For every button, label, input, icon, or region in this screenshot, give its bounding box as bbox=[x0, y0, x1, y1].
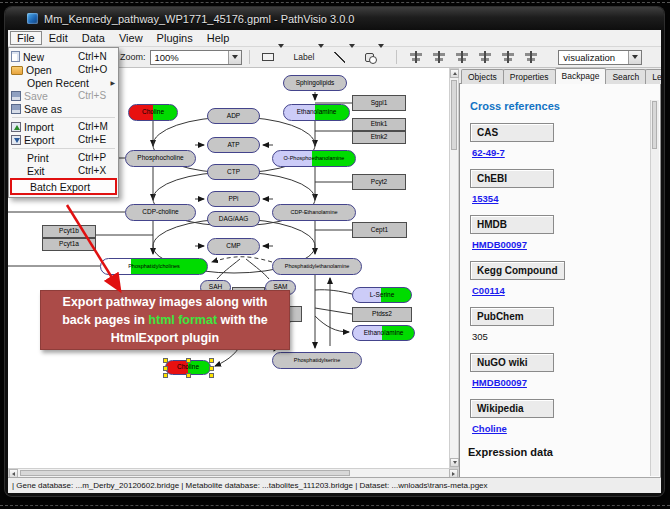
selection-handle[interactable] bbox=[209, 373, 214, 378]
align-center-vertical-button[interactable] bbox=[407, 49, 424, 65]
stack-vertical-button[interactable] bbox=[499, 49, 516, 65]
node-ptdss2[interactable]: Ptdss2 bbox=[352, 307, 412, 322]
file-menu-item-new[interactable]: NewCtrl+N bbox=[9, 50, 118, 63]
file-menu-item-open-recent[interactable]: Open Recent▶ bbox=[9, 76, 118, 89]
chevron-down-icon[interactable] bbox=[316, 48, 324, 66]
chevron-down-icon[interactable] bbox=[347, 48, 355, 66]
file-menu-item-import[interactable]: ImportCtrl+M bbox=[9, 120, 118, 133]
tab-objects[interactable]: Objects bbox=[461, 69, 504, 84]
selection-marquee-top bbox=[0, 2, 670, 3]
xref-link[interactable]: Choline bbox=[472, 423, 507, 434]
node-ethanolamine[interactable]: Ethanolamine bbox=[283, 104, 350, 121]
node-dag-aag[interactable]: DAG/AAG bbox=[207, 211, 260, 227]
node-atp[interactable]: ATP bbox=[207, 137, 260, 153]
xref-link[interactable]: 15354 bbox=[472, 193, 498, 204]
xref-link[interactable]: HMDB00097 bbox=[472, 239, 527, 250]
xref-section-hmdb: HMDBHMDB00097 bbox=[470, 214, 660, 250]
no-icon bbox=[11, 165, 24, 176]
node-l-serine[interactable]: L-Serine bbox=[352, 287, 412, 303]
scroll-up-icon[interactable] bbox=[450, 69, 459, 78]
node-etnk2[interactable]: Etnk2 bbox=[352, 131, 406, 144]
selection-handle[interactable] bbox=[209, 366, 214, 371]
node-cept1[interactable]: Cept1 bbox=[352, 222, 407, 238]
file-menu-item-exit[interactable]: ExitCtrl+X bbox=[9, 164, 118, 177]
selection-handle[interactable] bbox=[186, 373, 191, 378]
stack-horizontal-button[interactable] bbox=[522, 49, 539, 65]
gene-product-tool-icon bbox=[262, 53, 274, 61]
node-cdp-ethanolamine[interactable]: CDP-Ethanolamine bbox=[272, 204, 356, 221]
shortcut-label: Ctrl+P bbox=[78, 152, 115, 163]
save-as-icon bbox=[11, 104, 21, 114]
vertical-scroll-thumb[interactable] bbox=[451, 80, 457, 150]
gene-product-tool[interactable] bbox=[258, 49, 288, 65]
node-phosphatidylserine[interactable]: Phosphatidylserine bbox=[272, 352, 362, 369]
zoom-combobox[interactable]: 100% bbox=[150, 50, 242, 65]
selection-handle[interactable] bbox=[163, 373, 168, 378]
chevron-down-icon[interactable] bbox=[628, 51, 641, 64]
file-menu-item-export[interactable]: ExportCtrl+E bbox=[9, 133, 118, 146]
horizontal-scroll-thumb[interactable] bbox=[20, 470, 350, 476]
distribute-vertical-button[interactable] bbox=[453, 49, 470, 65]
node-phosphocholine[interactable]: Phosphocholine bbox=[125, 150, 196, 167]
node-ctp[interactable]: CTP bbox=[207, 164, 260, 180]
no-icon bbox=[11, 152, 24, 163]
node-pcyt1b[interactable]: Pcyt1b bbox=[42, 225, 96, 238]
chevron-down-icon[interactable] bbox=[276, 48, 284, 66]
align-center-horizontal-button[interactable] bbox=[430, 49, 447, 65]
shape-tool[interactable] bbox=[361, 49, 388, 65]
app-client-area: FileEditDataViewPluginsHelp Zoom: 100% L… bbox=[8, 30, 661, 493]
node-pcyt1a[interactable]: Pcyt1a bbox=[42, 238, 96, 251]
node-phosphatidylethanolamine[interactable]: Phosphatidylethanolamine bbox=[272, 258, 362, 275]
file-menu-item-save[interactable]: SaveCtrl+S bbox=[9, 89, 118, 102]
menu-help[interactable]: Help bbox=[200, 31, 237, 45]
node-pcyt2[interactable]: Pcyt2 bbox=[352, 174, 406, 190]
app-window: Mm_Kennedy_pathway_WP1771_45176.gpml - P… bbox=[5, 7, 664, 496]
canvas-vertical-scrollbar[interactable] bbox=[449, 68, 459, 468]
tab-properties[interactable]: Properties bbox=[503, 69, 556, 84]
node-o-phosphoethanolamine[interactable]: O-Phosphoethanolamine bbox=[272, 150, 356, 167]
node-sgpl1[interactable]: Sgpl1 bbox=[352, 95, 406, 111]
file-menu-item-batch-export[interactable]: Batch Export bbox=[10, 178, 117, 195]
node-ethanolamine[interactable]: Ethanolamine bbox=[352, 325, 415, 341]
xref-section-title: Wikipedia bbox=[470, 399, 554, 418]
node-etnk1[interactable]: Etnk1 bbox=[352, 118, 406, 131]
title-bar[interactable]: Mm_Kennedy_pathway_WP1771_45176.gpml - P… bbox=[5, 7, 664, 30]
sidebar-scroll-thumb[interactable] bbox=[652, 101, 657, 149]
chevron-down-icon[interactable] bbox=[376, 48, 384, 66]
menu-file[interactable]: File bbox=[10, 31, 42, 45]
node-sphingolipids[interactable]: Sphingolipids bbox=[283, 75, 347, 91]
xref-link[interactable]: HMDB00097 bbox=[472, 377, 527, 388]
menu-plugins[interactable]: Plugins bbox=[150, 31, 200, 45]
node-cmp[interactable]: CMP bbox=[207, 238, 260, 255]
xref-link[interactable]: C00114 bbox=[472, 285, 505, 296]
node-cdp-choline[interactable]: CDP-choline bbox=[125, 204, 196, 221]
selection-handle[interactable] bbox=[163, 366, 168, 371]
chevron-down-icon[interactable] bbox=[228, 51, 241, 64]
tab-search[interactable]: Search bbox=[605, 69, 646, 84]
line-tool[interactable] bbox=[330, 49, 359, 65]
node-choline[interactable]: Choline bbox=[165, 360, 211, 375]
tab-legend[interactable]: Legend bbox=[645, 69, 661, 84]
selection-handle[interactable] bbox=[209, 358, 214, 363]
node-ppi[interactable]: PPi bbox=[207, 191, 260, 207]
label-tool[interactable]: Label bbox=[290, 49, 329, 65]
xref-link[interactable]: 62-49-7 bbox=[472, 147, 505, 158]
selection-handle[interactable] bbox=[186, 358, 191, 363]
sidebar-scrollbar[interactable] bbox=[650, 100, 659, 476]
file-menu-item-open[interactable]: OpenCtrl+O bbox=[9, 63, 118, 76]
scroll-down-icon[interactable] bbox=[450, 458, 459, 467]
node-adp[interactable]: ADP bbox=[207, 108, 260, 124]
menu-edit[interactable]: Edit bbox=[42, 31, 75, 45]
tab-backpage[interactable]: Backpage bbox=[555, 68, 607, 84]
file-menu-item-save-as[interactable]: Save as bbox=[9, 102, 118, 115]
file-menu-item-print[interactable]: PrintCtrl+P bbox=[9, 151, 118, 164]
distribute-horizontal-button[interactable] bbox=[476, 49, 493, 65]
node-phosphatidylcholines[interactable]: Phosphatidylcholines bbox=[100, 258, 208, 275]
menu-data[interactable]: Data bbox=[75, 31, 112, 45]
visualization-combobox[interactable]: visualization bbox=[558, 50, 642, 65]
menu-view[interactable]: View bbox=[112, 31, 150, 45]
file-menu-item-label: Export bbox=[24, 134, 78, 146]
selection-handle[interactable] bbox=[163, 358, 168, 363]
shortcut-label: Ctrl+N bbox=[78, 51, 115, 62]
node-choline[interactable]: Choline bbox=[128, 104, 178, 121]
